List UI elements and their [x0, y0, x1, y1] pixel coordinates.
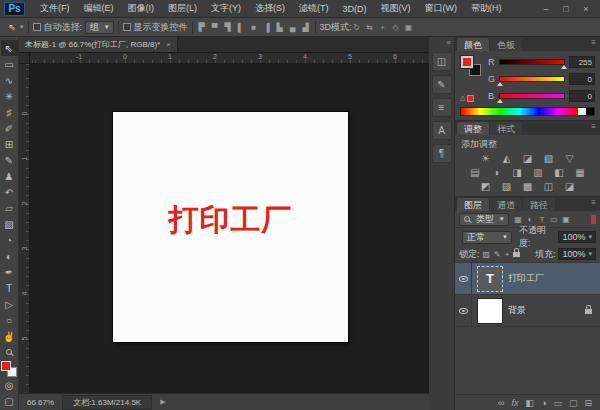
red-value-field[interactable]: 255 [569, 56, 595, 68]
foreground-color-swatch[interactable] [461, 56, 473, 68]
filter-toggle-icon[interactable] [591, 215, 596, 224]
color-balance-icon[interactable]: ◑ [489, 166, 504, 179]
tab-close-icon[interactable]: × [166, 40, 171, 49]
visibility-toggle[interactable] [455, 295, 472, 326]
panel-button-paragraph[interactable]: ¶ [432, 144, 452, 163]
layer-mask-button[interactable]: ◧ [525, 398, 534, 408]
green-slider[interactable] [499, 76, 565, 82]
brightness-contrast-icon[interactable]: ☀ [478, 152, 493, 165]
spectrum-gradient[interactable] [461, 108, 578, 115]
threshold-icon[interactable]: ▩ [520, 180, 535, 193]
menu-window[interactable]: 窗口(W) [418, 2, 465, 15]
3d-roll-button[interactable]: ⇆ [365, 23, 375, 32]
tab-adjustments[interactable]: 调整 [457, 122, 489, 135]
foreground-color-swatch[interactable] [1, 361, 11, 371]
zoom-level[interactable]: 66.67% [27, 398, 54, 407]
menu-image[interactable]: 图像(I) [121, 2, 162, 15]
invert-icon[interactable]: ◩ [478, 180, 493, 193]
quick-mask-button[interactable]: ◎ [1, 377, 18, 393]
tab-channels[interactable]: 通道 [490, 198, 522, 211]
filter-pixel-layers-button[interactable]: ▦ [514, 215, 523, 224]
canvas[interactable]: 打印工厂 [113, 112, 348, 342]
panel-button-properties[interactable]: ≡ [432, 98, 452, 117]
delete-layer-button[interactable]: ⊟ [584, 398, 592, 408]
lock-position-button[interactable]: + [505, 250, 510, 259]
color-spectrum-ramp[interactable] [460, 107, 595, 116]
levels-icon[interactable]: ◭ [499, 152, 514, 165]
tool-move[interactable]: ⇖ [1, 40, 18, 56]
vertical-ruler[interactable]: 0 1 2 3 4 5 [19, 64, 30, 393]
background-layer-thumbnail[interactable] [478, 299, 502, 323]
new-adjustment-layer-button[interactable]: ◑ [541, 398, 546, 408]
status-menu-arrow-icon[interactable]: ▶ [160, 398, 165, 406]
tool-brush[interactable]: ✎ [1, 152, 18, 168]
gamut-color-swatch[interactable] [467, 95, 474, 102]
link-layers-button[interactable]: ∞ [498, 398, 504, 408]
screen-mode-button[interactable]: ▢ [1, 393, 18, 409]
tab-layers[interactable]: 图层 [457, 198, 489, 211]
tab-swatches[interactable]: 色板 [490, 38, 522, 51]
layer-name[interactable]: 背景 [508, 304, 526, 317]
menu-type[interactable]: 文字(Y) [204, 2, 248, 15]
spectrum-white[interactable] [578, 108, 586, 115]
pasteboard[interactable]: 打印工厂 [30, 64, 429, 393]
tool-type[interactable]: T [1, 280, 18, 296]
green-value-field[interactable]: 0 [569, 73, 595, 85]
tab-paths[interactable]: 路径 [523, 198, 555, 211]
slider-handle[interactable] [497, 99, 503, 103]
distribute-center-button[interactable]: ▄ [288, 23, 298, 32]
layer-row-text[interactable]: T 打印工厂 [455, 263, 600, 295]
layer-style-button[interactable]: fx [511, 398, 518, 408]
color-lookup-icon[interactable]: ▦ [573, 166, 588, 179]
menu-help[interactable]: 帮助(H) [464, 2, 509, 15]
filter-adjustment-layers-button[interactable]: ◐ [526, 215, 535, 224]
channel-mixer-icon[interactable]: ◧ [552, 166, 567, 179]
tool-eyedropper[interactable]: ✐ [1, 120, 18, 136]
menu-file[interactable]: 文件(F) [33, 2, 77, 15]
panel-menu-icon[interactable]: ≡ [591, 122, 598, 135]
maximize-button[interactable]: □ [560, 4, 572, 14]
blue-value-field[interactable]: 0 [569, 90, 595, 102]
blend-mode-dropdown[interactable]: 正常 ▾ [462, 231, 512, 244]
ruler-corner[interactable] [19, 53, 30, 64]
black-white-icon[interactable]: ◨ [510, 166, 525, 179]
panel-button-character[interactable]: A [432, 121, 452, 140]
document-tab[interactable]: 未标题-1 @ 66.7%(打印工厂, RGB/8)* × [19, 37, 178, 52]
text-layer-thumbnail[interactable]: T [478, 267, 502, 291]
menu-3d[interactable]: 3D(D) [336, 4, 374, 14]
close-button[interactable]: × [580, 4, 592, 14]
vibrance-icon[interactable]: ▽ [562, 152, 577, 165]
panel-menu-icon[interactable]: ≡ [591, 198, 598, 211]
selective-color-icon[interactable]: ◪ [562, 180, 577, 193]
tab-styles[interactable]: 样式 [490, 122, 522, 135]
hue-saturation-icon[interactable]: ▤ [468, 166, 483, 179]
lock-transparent-button[interactable]: ▨ [483, 250, 491, 259]
gradient-map-icon[interactable]: ◫ [541, 180, 556, 193]
align-left-button[interactable]: ▛ [197, 23, 207, 32]
menu-view[interactable]: 视图(V) [374, 2, 418, 15]
tool-gradient[interactable]: ▧ [1, 216, 18, 232]
panel-button-history[interactable]: ◫ [432, 52, 452, 71]
align-bottom-button[interactable]: ▐ [262, 23, 272, 32]
slider-handle[interactable] [497, 82, 503, 86]
new-group-button[interactable]: ▭ [553, 398, 562, 408]
lock-pixels-button[interactable]: ✎ [494, 250, 501, 259]
align-top-button[interactable]: ▌ [236, 23, 246, 32]
menu-select[interactable]: 选择(S) [248, 2, 292, 15]
tool-dodge[interactable]: ◐ [1, 248, 18, 264]
3d-scale-button[interactable]: ▣ [404, 23, 414, 32]
panel-menu-icon[interactable]: ≡ [591, 38, 598, 51]
minimize-button[interactable]: – [540, 4, 552, 14]
posterize-icon[interactable]: ▨ [499, 180, 514, 193]
filter-shape-layers-button[interactable]: ▭ [550, 215, 559, 224]
show-transform-checkbox[interactable] [123, 23, 131, 31]
tool-path-selection[interactable]: ▷ [1, 296, 18, 312]
blue-slider[interactable] [499, 93, 565, 99]
exposure-icon[interactable]: ▧ [541, 152, 556, 165]
distribute-left-button[interactable]: ▙ [275, 23, 285, 32]
align-center-h-button[interactable]: ▀ [210, 23, 220, 32]
lock-all-button[interactable] [513, 252, 520, 257]
3d-drag-button[interactable]: + [378, 23, 388, 32]
filter-type-dropdown[interactable]: 类型 ▾ [459, 213, 509, 226]
color-swatch-control[interactable] [1, 361, 17, 377]
